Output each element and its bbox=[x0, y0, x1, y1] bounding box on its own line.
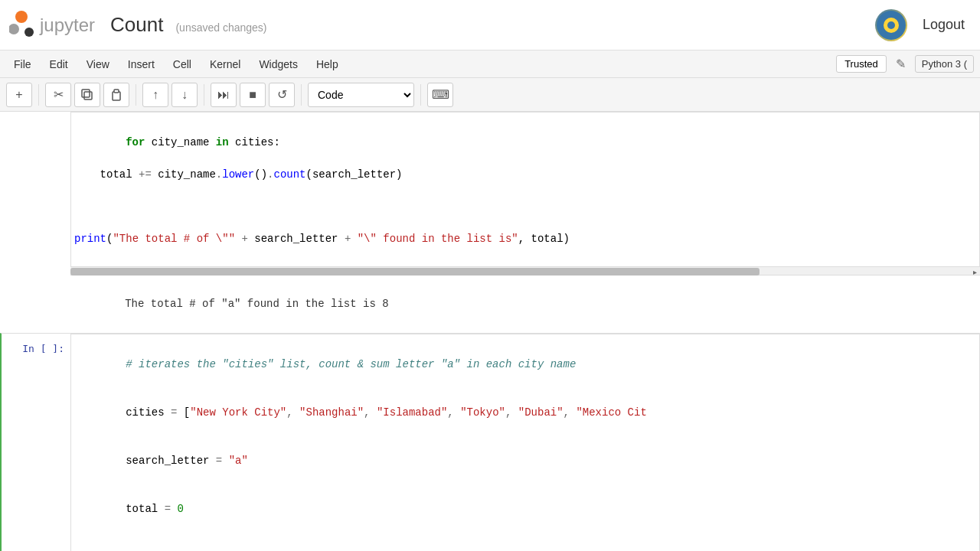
menu-widgets[interactable]: Widgets bbox=[251, 55, 305, 73]
python-logo bbox=[875, 9, 907, 41]
move-up-button[interactable]: ↑ bbox=[142, 83, 168, 107]
kernel-label: Python 3 ( bbox=[915, 55, 974, 73]
op-plus1: + bbox=[235, 233, 254, 245]
op-eq2: = bbox=[216, 455, 222, 467]
previous-cell: for city_name in cities: total += city_n… bbox=[0, 112, 980, 333]
code-text-2: cities: bbox=[229, 136, 280, 148]
var-total: total bbox=[126, 503, 164, 515]
separator-1 bbox=[38, 84, 39, 106]
op-plus2: + bbox=[338, 233, 358, 245]
topbar: jupyter Count (unsaved changes) Logout bbox=[0, 0, 980, 51]
str-shanghai: "Shanghai" bbox=[299, 406, 364, 419]
str-nyc: "New York City" bbox=[190, 406, 286, 419]
interrupt-button[interactable]: ■ bbox=[240, 83, 266, 107]
jupyter-rings bbox=[9, 11, 34, 40]
output-text: The total # of "a" found in the list is … bbox=[125, 298, 388, 310]
svg-rect-7 bbox=[82, 90, 90, 97]
code-text: city_name bbox=[145, 136, 215, 148]
op-comma2: , bbox=[364, 406, 377, 419]
active-cell[interactable]: In [ ]: # iterates the "cities" list, co… bbox=[0, 333, 980, 551]
op-eq3: = bbox=[165, 503, 171, 515]
menubar: File Edit View Insert Cell Kernel Widget… bbox=[0, 51, 980, 78]
code-cityname: city_name bbox=[152, 168, 216, 181]
svg-rect-6 bbox=[84, 92, 92, 99]
svg-point-5 bbox=[887, 21, 895, 29]
svg-point-0 bbox=[15, 11, 28, 23]
separator-5 bbox=[420, 84, 421, 106]
menu-cell[interactable]: Cell bbox=[165, 55, 199, 73]
restart-button[interactable]: ↺ bbox=[269, 83, 295, 107]
separator-2 bbox=[136, 84, 136, 106]
func-print: print bbox=[74, 233, 106, 245]
code-indent: total bbox=[74, 168, 139, 181]
svg-point-2 bbox=[24, 28, 34, 37]
str-dubai: "Dubai" bbox=[518, 406, 564, 419]
op-dot: . bbox=[216, 168, 222, 181]
trusted-button[interactable]: Trusted bbox=[836, 55, 887, 73]
prev-cell-code[interactable]: for city_name in cities: total += city_n… bbox=[70, 112, 980, 266]
notebook-area: for city_name in cities: total += city_n… bbox=[0, 112, 980, 551]
notebook-title: Count bbox=[110, 13, 163, 37]
jupyter-icon bbox=[9, 11, 34, 40]
cut-button[interactable]: ✂ bbox=[45, 83, 71, 107]
func-count: count bbox=[273, 168, 305, 181]
op-comma5: , bbox=[564, 406, 577, 419]
add-cell-button[interactable]: + bbox=[6, 83, 32, 107]
keyword-in: in bbox=[216, 136, 229, 148]
separator-4 bbox=[301, 84, 302, 106]
bracket-close: ) bbox=[564, 233, 570, 245]
active-cell-prompt: In [ ]: bbox=[2, 334, 70, 551]
separator-3 bbox=[204, 84, 204, 106]
str-islamabad: "Islamabad" bbox=[377, 406, 447, 419]
func-lower: lower bbox=[222, 168, 254, 181]
prev-cell-scrollbar[interactable]: ◂ ▸ bbox=[70, 266, 980, 276]
move-down-button[interactable]: ↓ bbox=[172, 83, 198, 107]
bracket-list: [ bbox=[177, 406, 190, 419]
menu-view[interactable]: View bbox=[79, 55, 117, 73]
topbar-right: Logout bbox=[875, 9, 971, 41]
bracket-1: () bbox=[254, 168, 267, 181]
op-comma4: , bbox=[505, 406, 518, 419]
str-tokyo: "Tokyo" bbox=[460, 406, 505, 419]
keyboard-shortcuts-button[interactable]: ⌨ bbox=[427, 83, 453, 107]
cell-type-select[interactable]: Code Markdown Raw NBConvert Heading bbox=[308, 83, 414, 107]
op-comma3: , bbox=[447, 406, 460, 419]
menu-edit[interactable]: Edit bbox=[42, 55, 76, 73]
scroll-thumb[interactable] bbox=[70, 268, 760, 276]
op-pluseq: += bbox=[139, 168, 152, 181]
edit-pencil-button[interactable]: ✎ bbox=[891, 55, 910, 73]
jupyter-logo: jupyter bbox=[9, 11, 95, 40]
str-found: "\" found in the list is" bbox=[358, 233, 518, 245]
paste-button[interactable] bbox=[103, 83, 129, 107]
menu-file[interactable]: File bbox=[6, 55, 39, 73]
menu-insert[interactable]: Insert bbox=[120, 55, 162, 73]
bracket-2: (search_letter) bbox=[306, 168, 403, 181]
var-search-letter: search_letter bbox=[126, 455, 216, 467]
jupyter-text: jupyter bbox=[40, 15, 95, 36]
num-zero: 0 bbox=[171, 503, 184, 515]
var-search: search_letter bbox=[254, 233, 338, 245]
keyword-for: for bbox=[126, 136, 145, 148]
unsaved-label: (unsaved changes) bbox=[175, 21, 266, 34]
menu-help[interactable]: Help bbox=[309, 55, 346, 73]
str-mexico: "Mexico Cit bbox=[576, 406, 646, 419]
var-total-print: , total bbox=[518, 233, 564, 245]
run-next-button[interactable]: ⏭ bbox=[211, 83, 237, 107]
scroll-right-arrow[interactable]: ▸ bbox=[969, 267, 980, 276]
menu-kernel[interactable]: Kernel bbox=[202, 55, 248, 73]
str-the-total: "The total # of \"" bbox=[113, 233, 235, 245]
svg-point-1 bbox=[9, 24, 19, 34]
active-cell-content[interactable]: # iterates the "cities" list, count & su… bbox=[70, 334, 980, 551]
prev-cell-output: The total # of "a" found in the list is … bbox=[70, 276, 980, 333]
prev-cell-prompt bbox=[2, 112, 70, 333]
toolbar: + ✂ ↑ ↓ ⏭ ■ ↺ Code Markdown Raw NBConver… bbox=[0, 78, 980, 112]
svg-rect-9 bbox=[114, 90, 119, 93]
logout-button[interactable]: Logout bbox=[916, 14, 971, 36]
copy-button[interactable] bbox=[74, 83, 100, 107]
prev-cell-content[interactable]: for city_name in cities: total += city_n… bbox=[70, 112, 980, 333]
prompt-text: In [ ]: bbox=[22, 343, 64, 354]
menu-right: Trusted ✎ Python 3 ( bbox=[836, 55, 974, 73]
op-comma1: , bbox=[286, 406, 299, 419]
active-cell-code[interactable]: # iterates the "cities" list, count & su… bbox=[70, 334, 980, 551]
str-a: "a" bbox=[222, 455, 248, 467]
